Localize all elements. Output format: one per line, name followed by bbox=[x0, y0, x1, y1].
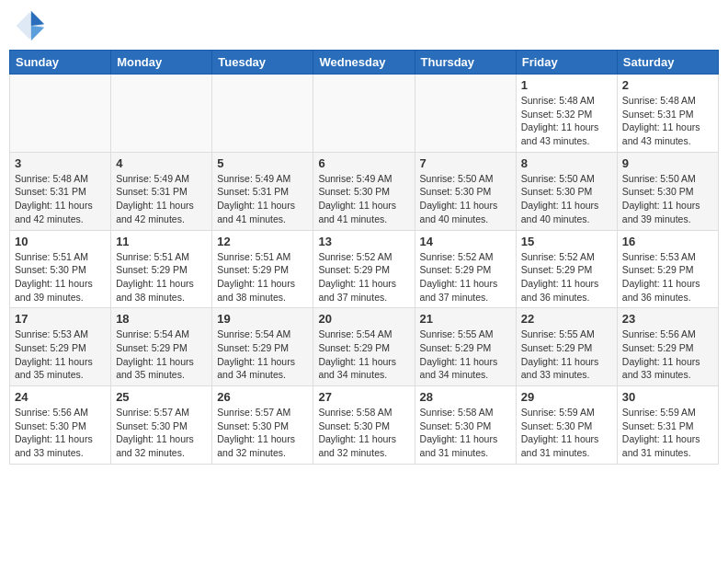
calendar-cell: 23Sunrise: 5:56 AM Sunset: 5:29 PM Dayli… bbox=[617, 308, 718, 386]
day-number: 13 bbox=[318, 235, 409, 248]
header-monday: Monday bbox=[111, 51, 212, 75]
day-number: 20 bbox=[318, 312, 409, 326]
svg-marker-0 bbox=[17, 13, 43, 40]
day-number: 30 bbox=[622, 390, 713, 404]
day-number: 19 bbox=[217, 312, 308, 326]
day-info: Sunrise: 5:53 AM Sunset: 5:29 PM Dayligh… bbox=[622, 250, 713, 304]
day-number: 8 bbox=[521, 156, 612, 170]
calendar-cell bbox=[313, 75, 415, 153]
day-number: 10 bbox=[15, 235, 106, 248]
calendar-cell: 14Sunrise: 5:52 AM Sunset: 5:29 PM Dayli… bbox=[415, 230, 516, 308]
svg-marker-2 bbox=[31, 26, 44, 40]
calendar-cell: 12Sunrise: 5:51 AM Sunset: 5:29 PM Dayli… bbox=[212, 230, 313, 308]
calendar-cell bbox=[212, 75, 313, 153]
header-thursday: Thursday bbox=[415, 51, 516, 75]
day-info: Sunrise: 5:48 AM Sunset: 5:31 PM Dayligh… bbox=[15, 172, 106, 226]
header-sunday: Sunday bbox=[10, 51, 111, 75]
calendar-cell: 7Sunrise: 5:50 AM Sunset: 5:30 PM Daylig… bbox=[415, 152, 516, 230]
day-number: 11 bbox=[116, 235, 207, 248]
day-number: 28 bbox=[420, 390, 511, 404]
day-number: 27 bbox=[318, 390, 409, 404]
logo-icon bbox=[13, 9, 46, 42]
day-info: Sunrise: 5:52 AM Sunset: 5:29 PM Dayligh… bbox=[318, 250, 409, 304]
day-info: Sunrise: 5:51 AM Sunset: 5:30 PM Dayligh… bbox=[15, 250, 106, 304]
day-number: 25 bbox=[116, 390, 207, 404]
day-info: Sunrise: 5:54 AM Sunset: 5:29 PM Dayligh… bbox=[318, 327, 409, 382]
calendar-cell: 26Sunrise: 5:57 AM Sunset: 5:30 PM Dayli… bbox=[212, 386, 313, 465]
day-number: 2 bbox=[622, 78, 713, 92]
calendar-cell: 9Sunrise: 5:50 AM Sunset: 5:30 PM Daylig… bbox=[617, 152, 718, 230]
calendar-cell: 13Sunrise: 5:52 AM Sunset: 5:29 PM Dayli… bbox=[313, 230, 415, 308]
day-info: Sunrise: 5:58 AM Sunset: 5:30 PM Dayligh… bbox=[420, 406, 511, 460]
day-info: Sunrise: 5:52 AM Sunset: 5:29 PM Dayligh… bbox=[521, 250, 612, 304]
calendar-cell: 3Sunrise: 5:48 AM Sunset: 5:31 PM Daylig… bbox=[10, 152, 111, 230]
svg-marker-1 bbox=[31, 11, 44, 26]
header-saturday: Saturday bbox=[617, 51, 718, 75]
day-info: Sunrise: 5:50 AM Sunset: 5:30 PM Dayligh… bbox=[521, 172, 612, 226]
calendar-cell: 10Sunrise: 5:51 AM Sunset: 5:30 PM Dayli… bbox=[10, 230, 111, 308]
calendar-cell: 27Sunrise: 5:58 AM Sunset: 5:30 PM Dayli… bbox=[313, 386, 415, 465]
day-number: 5 bbox=[217, 156, 308, 170]
day-info: Sunrise: 5:49 AM Sunset: 5:31 PM Dayligh… bbox=[116, 172, 207, 226]
calendar-cell: 1Sunrise: 5:48 AM Sunset: 5:32 PM Daylig… bbox=[516, 75, 617, 153]
day-number: 22 bbox=[521, 312, 612, 326]
day-info: Sunrise: 5:48 AM Sunset: 5:31 PM Dayligh… bbox=[622, 94, 713, 148]
day-info: Sunrise: 5:56 AM Sunset: 5:30 PM Dayligh… bbox=[15, 406, 106, 460]
day-info: Sunrise: 5:49 AM Sunset: 5:30 PM Dayligh… bbox=[318, 172, 409, 226]
calendar-cell: 4Sunrise: 5:49 AM Sunset: 5:31 PM Daylig… bbox=[111, 152, 212, 230]
calendar-cell: 21Sunrise: 5:55 AM Sunset: 5:29 PM Dayli… bbox=[415, 308, 516, 386]
calendar-cell: 24Sunrise: 5:56 AM Sunset: 5:30 PM Dayli… bbox=[10, 386, 111, 465]
calendar-cell bbox=[111, 75, 212, 153]
calendar-cell: 30Sunrise: 5:59 AM Sunset: 5:31 PM Dayli… bbox=[617, 386, 718, 465]
day-number: 15 bbox=[521, 235, 612, 248]
calendar-cell: 16Sunrise: 5:53 AM Sunset: 5:29 PM Dayli… bbox=[617, 230, 718, 308]
page-header bbox=[9, 9, 719, 42]
day-info: Sunrise: 5:56 AM Sunset: 5:29 PM Dayligh… bbox=[622, 327, 713, 382]
calendar-cell: 18Sunrise: 5:54 AM Sunset: 5:29 PM Dayli… bbox=[111, 308, 212, 386]
calendar-cell: 8Sunrise: 5:50 AM Sunset: 5:30 PM Daylig… bbox=[516, 152, 617, 230]
calendar-cell bbox=[10, 75, 111, 153]
day-info: Sunrise: 5:50 AM Sunset: 5:30 PM Dayligh… bbox=[420, 172, 511, 226]
calendar-cell: 15Sunrise: 5:52 AM Sunset: 5:29 PM Dayli… bbox=[516, 230, 617, 308]
calendar-cell: 2Sunrise: 5:48 AM Sunset: 5:31 PM Daylig… bbox=[617, 75, 718, 153]
calendar-week-4: 17Sunrise: 5:53 AM Sunset: 5:29 PM Dayli… bbox=[10, 308, 719, 386]
day-info: Sunrise: 5:55 AM Sunset: 5:29 PM Dayligh… bbox=[420, 327, 511, 382]
day-number: 29 bbox=[521, 390, 612, 404]
day-number: 17 bbox=[15, 312, 106, 326]
calendar-cell bbox=[415, 75, 516, 153]
day-info: Sunrise: 5:51 AM Sunset: 5:29 PM Dayligh… bbox=[116, 250, 207, 304]
day-info: Sunrise: 5:58 AM Sunset: 5:30 PM Dayligh… bbox=[318, 406, 409, 460]
calendar-week-1: 1Sunrise: 5:48 AM Sunset: 5:32 PM Daylig… bbox=[10, 75, 719, 153]
header-tuesday: Tuesday bbox=[212, 51, 313, 75]
day-number: 6 bbox=[318, 156, 409, 170]
day-number: 24 bbox=[15, 390, 106, 404]
day-number: 21 bbox=[420, 312, 511, 326]
day-info: Sunrise: 5:57 AM Sunset: 5:30 PM Dayligh… bbox=[116, 406, 207, 460]
calendar-table: SundayMondayTuesdayWednesdayThursdayFrid… bbox=[9, 50, 719, 465]
calendar-cell: 11Sunrise: 5:51 AM Sunset: 5:29 PM Dayli… bbox=[111, 230, 212, 308]
day-info: Sunrise: 5:49 AM Sunset: 5:31 PM Dayligh… bbox=[217, 172, 308, 226]
day-number: 9 bbox=[622, 156, 713, 170]
calendar-cell: 29Sunrise: 5:59 AM Sunset: 5:30 PM Dayli… bbox=[516, 386, 617, 465]
day-number: 18 bbox=[116, 312, 207, 326]
day-number: 12 bbox=[217, 235, 308, 248]
day-info: Sunrise: 5:54 AM Sunset: 5:29 PM Dayligh… bbox=[217, 327, 308, 382]
calendar-cell: 5Sunrise: 5:49 AM Sunset: 5:31 PM Daylig… bbox=[212, 152, 313, 230]
day-number: 1 bbox=[521, 78, 612, 92]
calendar-cell: 6Sunrise: 5:49 AM Sunset: 5:30 PM Daylig… bbox=[313, 152, 415, 230]
calendar-cell: 28Sunrise: 5:58 AM Sunset: 5:30 PM Dayli… bbox=[415, 386, 516, 465]
header-friday: Friday bbox=[516, 51, 617, 75]
day-number: 26 bbox=[217, 390, 308, 404]
day-info: Sunrise: 5:55 AM Sunset: 5:29 PM Dayligh… bbox=[521, 327, 612, 382]
calendar-week-3: 10Sunrise: 5:51 AM Sunset: 5:30 PM Dayli… bbox=[10, 230, 719, 308]
calendar-cell: 20Sunrise: 5:54 AM Sunset: 5:29 PM Dayli… bbox=[313, 308, 415, 386]
day-number: 3 bbox=[15, 156, 106, 170]
day-info: Sunrise: 5:59 AM Sunset: 5:30 PM Dayligh… bbox=[521, 406, 612, 460]
day-info: Sunrise: 5:48 AM Sunset: 5:32 PM Dayligh… bbox=[521, 94, 612, 148]
day-number: 23 bbox=[622, 312, 713, 326]
calendar-cell: 17Sunrise: 5:53 AM Sunset: 5:29 PM Dayli… bbox=[10, 308, 111, 386]
day-info: Sunrise: 5:50 AM Sunset: 5:30 PM Dayligh… bbox=[622, 172, 713, 226]
header-wednesday: Wednesday bbox=[313, 51, 415, 75]
calendar-cell: 19Sunrise: 5:54 AM Sunset: 5:29 PM Dayli… bbox=[212, 308, 313, 386]
day-info: Sunrise: 5:51 AM Sunset: 5:29 PM Dayligh… bbox=[217, 250, 308, 304]
